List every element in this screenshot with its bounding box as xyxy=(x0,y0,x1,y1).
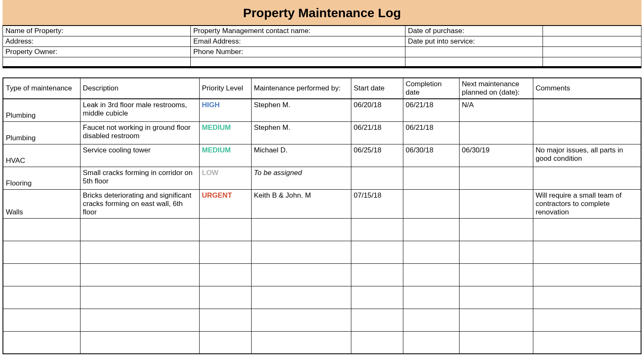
table-row: PlumbingLeak in 3rd floor male restrooms… xyxy=(3,99,641,121)
cell-next: N/A xyxy=(459,99,533,121)
info-blank xyxy=(405,47,543,57)
cell-type: Walls xyxy=(3,189,80,218)
cell-priority: LOW xyxy=(199,167,251,189)
cell-comments: No major issues, all parts in good condi… xyxy=(533,144,641,167)
cell-blank xyxy=(351,263,403,286)
col-type: Type of maintenance xyxy=(3,78,80,99)
cell-start: 07/15/18 xyxy=(351,189,403,218)
cell-blank xyxy=(199,263,251,286)
cell-blank xyxy=(3,309,80,331)
cell-start: 06/20/18 xyxy=(351,99,403,121)
cell-blank xyxy=(80,263,199,286)
info-name-of-property: Name of Property: xyxy=(3,26,191,36)
cell-blank xyxy=(459,286,533,309)
cell-blank xyxy=(533,286,641,309)
cell-blank xyxy=(3,286,80,309)
table-row-blank xyxy=(3,218,641,241)
cell-blank xyxy=(199,309,251,331)
cell-blank xyxy=(459,309,533,331)
cell-priority: MEDIUM xyxy=(199,144,251,167)
cell-blank xyxy=(80,286,199,309)
cell-blank xyxy=(533,331,641,354)
cell-type: Plumbing xyxy=(3,121,80,144)
cell-start: 06/21/18 xyxy=(351,121,403,144)
cell-completion xyxy=(403,189,459,218)
table-row: FlooringSmall cracks forming in corridor… xyxy=(3,167,641,189)
table-row: HVACService cooling towerMEDIUMMichael D… xyxy=(3,144,641,167)
table-row-blank xyxy=(3,241,641,263)
info-mgmt-contact: Property Management contact name: xyxy=(191,26,405,36)
info-email: Email Address: xyxy=(191,36,405,47)
cell-blank xyxy=(80,241,199,263)
col-comments: Comments xyxy=(533,78,641,99)
cell-blank xyxy=(199,218,251,241)
cell-next xyxy=(459,121,533,144)
cell-completion xyxy=(403,167,459,189)
cell-blank xyxy=(533,263,641,286)
col-next: Next maintenance planned on (date): xyxy=(459,78,533,99)
info-row: Name of Property: Property Management co… xyxy=(3,26,641,36)
info-date-purchase: Date of purchase: xyxy=(405,26,543,36)
col-completion: Completion date xyxy=(403,78,459,99)
cell-by: Stephen M. xyxy=(251,121,351,144)
cell-comments: Will require a small team of contractors… xyxy=(533,189,641,218)
cell-by: Keith B & John. M xyxy=(251,189,351,218)
info-blank xyxy=(543,26,641,36)
section-divider xyxy=(3,67,641,68)
cell-completion: 06/30/18 xyxy=(403,144,459,167)
cell-blank xyxy=(3,218,80,241)
info-blank xyxy=(543,57,641,67)
cell-blank xyxy=(199,286,251,309)
info-blank xyxy=(543,47,641,57)
log-header-row: Type of maintenance Description Priority… xyxy=(3,78,641,99)
cell-blank xyxy=(251,331,351,354)
cell-type: Plumbing xyxy=(3,99,80,121)
table-row-blank xyxy=(3,331,641,354)
cell-blank xyxy=(351,309,403,331)
maintenance-log-table: Type of maintenance Description Priority… xyxy=(3,77,641,354)
cell-blank xyxy=(459,331,533,354)
table-row-blank xyxy=(3,286,641,309)
cell-next: 06/30/19 xyxy=(459,144,533,167)
cell-blank xyxy=(403,241,459,263)
cell-completion: 06/21/18 xyxy=(403,121,459,144)
cell-blank xyxy=(459,218,533,241)
cell-blank xyxy=(3,241,80,263)
cell-priority: MEDIUM xyxy=(199,121,251,144)
cell-blank xyxy=(199,331,251,354)
page-title: Property Maintenance Log xyxy=(3,0,641,26)
cell-blank xyxy=(251,286,351,309)
cell-blank xyxy=(351,331,403,354)
cell-blank xyxy=(251,309,351,331)
info-row: Property Owner: Phone Number: xyxy=(3,47,641,57)
col-desc: Description xyxy=(80,78,199,99)
cell-blank xyxy=(80,218,199,241)
cell-blank xyxy=(3,263,80,286)
cell-blank xyxy=(351,286,403,309)
info-address: Address: xyxy=(3,36,191,47)
cell-blank xyxy=(459,263,533,286)
cell-desc: Leak in 3rd floor male restrooms, middle… xyxy=(80,99,199,121)
cell-blank xyxy=(533,218,641,241)
cell-blank xyxy=(3,331,80,354)
cell-blank xyxy=(403,286,459,309)
cell-blank xyxy=(251,218,351,241)
info-blank xyxy=(191,57,405,67)
page: Property Maintenance Log Name of Propert… xyxy=(0,0,644,358)
table-row: WallsBricks deteriorating and significan… xyxy=(3,189,641,218)
cell-blank xyxy=(403,331,459,354)
cell-next xyxy=(459,167,533,189)
cell-start: 06/25/18 xyxy=(351,144,403,167)
info-blank xyxy=(3,57,191,67)
cell-next xyxy=(459,189,533,218)
cell-desc: Bricks deteriorating and significant cra… xyxy=(80,189,199,218)
table-row: PlumbingFaucet not working in ground flo… xyxy=(3,121,641,144)
cell-blank xyxy=(80,331,199,354)
cell-comments xyxy=(533,167,641,189)
info-blank xyxy=(405,57,543,67)
cell-by: Michael D. xyxy=(251,144,351,167)
table-row-blank xyxy=(3,309,641,331)
cell-blank xyxy=(251,263,351,286)
col-by: Maintenance performed by: xyxy=(251,78,351,99)
info-date-service: Date put into service: xyxy=(405,36,543,47)
